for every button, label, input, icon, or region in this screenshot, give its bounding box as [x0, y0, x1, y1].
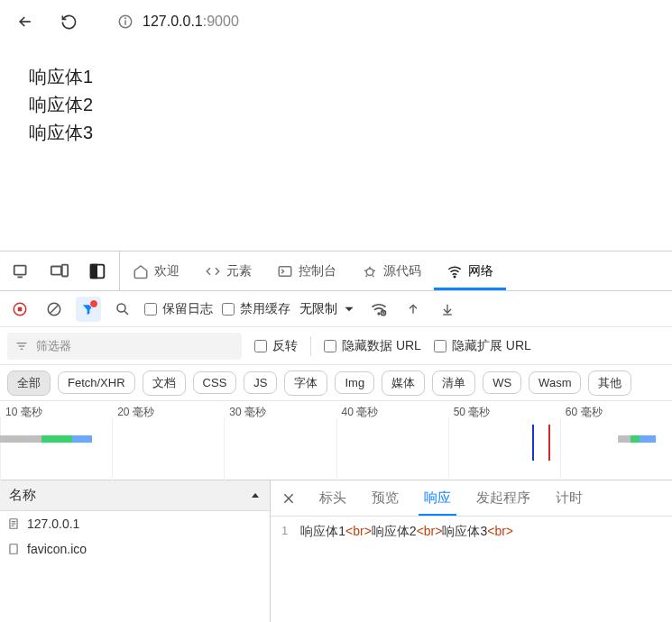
request-row[interactable]: favicon.ico: [0, 536, 270, 562]
sort-icon: [250, 490, 261, 501]
svg-line-17: [124, 311, 128, 315]
device-toolbar-icon[interactable]: [5, 255, 38, 288]
bottom-pane: 名称 127.0.0.1 favicon.ico 标头 预览 响应 发起程序: [0, 480, 672, 622]
detail-tab-preview[interactable]: 预览: [359, 480, 411, 516]
svg-rect-6: [62, 264, 68, 276]
download-har-icon[interactable]: [435, 297, 460, 322]
filter-row: 筛选器 反转 隐藏数据 URL 隐藏扩展 URL: [0, 327, 672, 365]
address-bar[interactable]: 127.0.0.1:9000: [108, 6, 665, 37]
svg-rect-13: [18, 306, 23, 311]
preserve-log-checkbox[interactable]: 保留日志: [144, 301, 213, 317]
detail-tab-response[interactable]: 响应: [411, 480, 464, 516]
responsive-icon[interactable]: [43, 255, 76, 288]
type-pill-css[interactable]: CSS: [193, 371, 237, 394]
type-pill-doc[interactable]: 文档: [143, 370, 186, 396]
tab-console[interactable]: 控制台: [264, 252, 349, 290]
type-pill-other[interactable]: 其他: [588, 370, 631, 396]
chevron-down-icon: [341, 301, 357, 317]
type-filter-row: 全部 Fetch/XHR 文档 CSS JS 字体 Img 媒体 清单 WS W…: [0, 365, 672, 401]
svg-point-16: [117, 304, 125, 312]
network-conditions-icon[interactable]: [366, 297, 391, 322]
clear-button[interactable]: [41, 297, 67, 322]
filter-input[interactable]: 筛选器: [7, 333, 242, 360]
throttling-select[interactable]: 无限制: [299, 301, 357, 317]
request-list: 名称 127.0.0.1 favicon.ico: [0, 480, 271, 622]
record-button[interactable]: [7, 297, 32, 322]
type-pill-wasm[interactable]: Wasm: [529, 371, 581, 394]
file-icon: [7, 543, 20, 555]
detail-tab-headers[interactable]: 标头: [307, 480, 359, 516]
request-row[interactable]: 127.0.0.1: [0, 511, 270, 536]
home-icon: [133, 263, 149, 279]
wifi-icon: [446, 263, 463, 279]
svg-rect-5: [51, 266, 61, 274]
detail-tab-timing[interactable]: 计时: [543, 480, 595, 516]
network-toolbar: 保留日志 禁用缓存 无限制: [0, 291, 672, 327]
info-icon: [117, 14, 133, 30]
tab-network[interactable]: 网络: [434, 252, 506, 290]
svg-rect-9: [279, 266, 291, 276]
type-pill-fetch[interactable]: Fetch/XHR: [58, 371, 135, 394]
hide-ext-url-checkbox[interactable]: 隐藏扩展 URL: [434, 338, 531, 354]
page-line: 响应体3: [29, 119, 643, 147]
response-text: 响应体1<br>响应体2<br>响应体3<br>: [300, 524, 513, 540]
tab-welcome[interactable]: 欢迎: [120, 252, 192, 290]
dock-icon[interactable]: [81, 255, 114, 288]
detail-tabs: 标头 预览 响应 发起程序 计时: [271, 480, 672, 517]
invert-checkbox[interactable]: 反转: [254, 338, 298, 354]
type-pill-manifest[interactable]: 清单: [432, 370, 475, 396]
svg-point-2: [125, 18, 126, 19]
tab-elements[interactable]: 元素: [192, 252, 264, 290]
detail-tab-initiator[interactable]: 发起程序: [464, 480, 543, 516]
document-icon: [7, 517, 20, 530]
hide-data-url-checkbox[interactable]: 隐藏数据 URL: [324, 338, 421, 354]
search-button[interactable]: [110, 297, 135, 322]
type-pill-all[interactable]: 全部: [7, 370, 51, 396]
disable-cache-checkbox[interactable]: 禁用缓存: [222, 301, 290, 317]
reload-button[interactable]: [51, 4, 87, 40]
tab-sources[interactable]: 源代码: [349, 252, 434, 290]
type-pill-ws[interactable]: WS: [483, 371, 521, 394]
bug-icon: [362, 263, 378, 279]
close-button[interactable]: [271, 480, 307, 516]
url-host: 127.0.0.1:9000: [143, 14, 239, 30]
page-content: 响应体1 响应体2 响应体3: [0, 43, 672, 251]
svg-point-18: [378, 313, 380, 315]
svg-rect-28: [10, 544, 17, 554]
waterfall-overview[interactable]: 10 毫秒 20 毫秒 30 毫秒 40 毫秒 50 毫秒 60 毫秒: [0, 401, 672, 480]
type-pill-img[interactable]: Img: [335, 371, 374, 394]
back-button[interactable]: [7, 4, 43, 40]
type-pill-media[interactable]: 媒体: [382, 370, 425, 396]
line-number: 1: [281, 524, 288, 540]
request-list-header[interactable]: 名称: [0, 480, 270, 511]
svg-rect-8: [91, 264, 97, 278]
type-pill-js[interactable]: JS: [244, 371, 277, 394]
page-line: 响应体1: [29, 63, 643, 91]
devtools-panel: 欢迎 元素 控制台 源代码 网络 保留日志: [0, 251, 672, 622]
devtools-tab-bar: 欢迎 元素 控制台 源代码 网络: [0, 252, 672, 291]
browser-bar: 127.0.0.1:9000: [0, 0, 672, 43]
upload-har-icon[interactable]: [400, 297, 426, 322]
filter-toggle[interactable]: [76, 297, 101, 322]
console-icon: [277, 263, 293, 279]
svg-rect-3: [14, 265, 26, 274]
svg-point-11: [454, 276, 456, 278]
detail-pane: 标头 预览 响应 发起程序 计时 1 响应体1<br>响应体2<br>响应体3<…: [271, 480, 672, 622]
type-pill-font[interactable]: 字体: [284, 370, 327, 396]
page-line: 响应体2: [29, 91, 643, 119]
svg-line-15: [51, 305, 59, 313]
svg-point-10: [366, 269, 373, 276]
code-icon: [205, 263, 221, 279]
response-body: 1 响应体1<br>响应体2<br>响应体3<br>: [271, 517, 672, 547]
filter-lines-icon: [14, 339, 29, 353]
